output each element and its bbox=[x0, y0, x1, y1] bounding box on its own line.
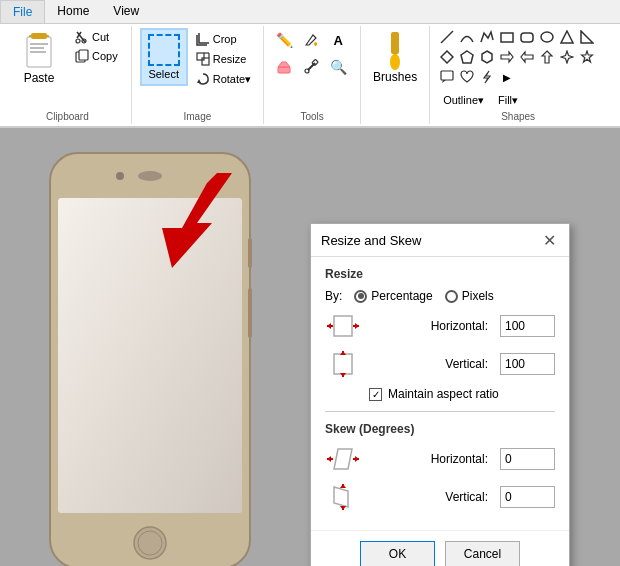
cut-button[interactable]: Cut bbox=[70, 28, 123, 46]
horizontal-resize-icon bbox=[325, 311, 361, 341]
pixels-label: Pixels bbox=[462, 289, 494, 303]
eyedropper-tool[interactable] bbox=[299, 55, 323, 79]
shape-arrow-right[interactable] bbox=[498, 48, 516, 66]
svg-rect-27 bbox=[521, 33, 533, 42]
svg-marker-34 bbox=[501, 52, 513, 62]
svg-rect-4 bbox=[30, 47, 44, 49]
skew-horizontal-icon bbox=[325, 444, 361, 474]
menu-tab-home[interactable]: Home bbox=[45, 0, 101, 23]
clipboard-group: Paste Cut Copy Clipboard bbox=[4, 26, 132, 124]
percentage-radio-btn[interactable] bbox=[354, 290, 367, 303]
rotate-button[interactable]: Rotate▾ bbox=[192, 70, 255, 88]
crop-button[interactable]: Crop bbox=[192, 30, 255, 48]
skew-horizontal-input[interactable] bbox=[500, 448, 555, 470]
shape-arrow-up[interactable] bbox=[538, 48, 556, 66]
canvas-area[interactable]: Resize and Skew ✕ Resize By: Percentage … bbox=[0, 128, 620, 566]
by-label: By: bbox=[325, 289, 342, 303]
maintain-ratio-checkbox[interactable]: ✓ bbox=[369, 388, 382, 401]
shape-triangle[interactable] bbox=[558, 28, 576, 46]
shapes-options: Outline▾ Fill▾ bbox=[438, 92, 523, 109]
svg-rect-53 bbox=[334, 316, 352, 336]
svg-marker-67 bbox=[355, 456, 359, 462]
clipboard-label: Clipboard bbox=[46, 109, 89, 122]
tools-group: ✏️ A 🔍 Tools bbox=[264, 26, 361, 124]
resize-vertical-row: Vertical: bbox=[325, 349, 555, 379]
magnify-tool[interactable]: 🔍 bbox=[326, 55, 350, 79]
skew-vertical-row: Vertical: bbox=[325, 482, 555, 512]
dialog-footer: OK Cancel bbox=[311, 530, 569, 566]
shape-heart[interactable] bbox=[458, 68, 476, 86]
fill-tool[interactable] bbox=[299, 28, 323, 52]
svg-marker-55 bbox=[327, 323, 331, 329]
brushes-label: Brushes bbox=[373, 70, 417, 84]
crop-label: Crop bbox=[213, 33, 237, 45]
svg-point-8 bbox=[76, 39, 80, 43]
rotate-label: Rotate▾ bbox=[213, 73, 251, 86]
svg-marker-70 bbox=[340, 484, 346, 488]
maintain-ratio-label: Maintain aspect ratio bbox=[388, 387, 499, 401]
resize-button[interactable]: Resize bbox=[192, 50, 255, 68]
svg-rect-26 bbox=[501, 33, 513, 42]
text-tool[interactable]: A bbox=[326, 28, 350, 52]
resize-section-label: Resize bbox=[325, 267, 555, 281]
svg-marker-16 bbox=[197, 79, 201, 83]
shape-rect[interactable] bbox=[498, 28, 516, 46]
skew-vertical-icon bbox=[325, 482, 361, 512]
svg-rect-58 bbox=[334, 354, 352, 374]
svg-point-47 bbox=[134, 527, 166, 559]
shape-pentagon[interactable] bbox=[458, 48, 476, 66]
pixels-radio[interactable]: Pixels bbox=[445, 289, 494, 303]
dialog-close-button[interactable]: ✕ bbox=[539, 230, 559, 250]
pencil-tool[interactable]: ✏️ bbox=[272, 28, 296, 52]
shape-line[interactable] bbox=[438, 28, 456, 46]
outline-button[interactable]: Outline▾ bbox=[438, 92, 489, 109]
select-button[interactable]: Select bbox=[140, 28, 188, 86]
copy-button[interactable]: Copy bbox=[70, 47, 123, 65]
eraser-tool[interactable] bbox=[272, 55, 296, 79]
resize-horizontal-row: Horizontal: bbox=[325, 311, 555, 341]
shape-arrow-left[interactable] bbox=[518, 48, 536, 66]
by-row: By: Percentage Pixels bbox=[325, 289, 555, 303]
menu-tab-view[interactable]: View bbox=[101, 0, 151, 23]
shape-star4[interactable] bbox=[558, 48, 576, 66]
cancel-button[interactable]: Cancel bbox=[445, 541, 520, 566]
skew-vertical-input[interactable] bbox=[500, 486, 555, 508]
shapes-grid: ▶ bbox=[438, 28, 598, 86]
svg-rect-12 bbox=[197, 53, 204, 60]
vertical-resize-icon bbox=[325, 349, 361, 379]
shape-rounded-rect[interactable] bbox=[518, 28, 536, 46]
shape-right-triangle[interactable] bbox=[578, 28, 596, 46]
svg-rect-5 bbox=[30, 51, 46, 53]
svg-marker-62 bbox=[340, 373, 346, 377]
paste-label: Paste bbox=[24, 71, 55, 85]
fill-button[interactable]: Fill▾ bbox=[493, 92, 523, 109]
percentage-radio[interactable]: Percentage bbox=[354, 289, 432, 303]
svg-rect-13 bbox=[202, 58, 209, 65]
shape-diamond[interactable] bbox=[438, 48, 456, 66]
shape-curve[interactable] bbox=[458, 28, 476, 46]
shape-more[interactable]: ▶ bbox=[498, 68, 516, 86]
svg-marker-18 bbox=[278, 62, 290, 67]
svg-marker-68 bbox=[334, 487, 348, 507]
shape-ellipse[interactable] bbox=[538, 28, 556, 46]
shape-star5[interactable] bbox=[578, 48, 596, 66]
resize-vertical-input[interactable] bbox=[500, 353, 555, 375]
svg-marker-52 bbox=[162, 173, 232, 268]
menu-tab-file[interactable]: File bbox=[0, 0, 45, 23]
pixels-radio-btn[interactable] bbox=[445, 290, 458, 303]
shape-callout[interactable] bbox=[438, 68, 456, 86]
shape-freeform[interactable] bbox=[478, 28, 496, 46]
svg-marker-35 bbox=[521, 52, 533, 62]
section-divider bbox=[325, 411, 555, 412]
red-arrow bbox=[152, 168, 232, 271]
paste-button[interactable]: Paste bbox=[12, 28, 66, 88]
ok-button[interactable]: OK bbox=[360, 541, 435, 566]
resize-horizontal-input[interactable] bbox=[500, 315, 555, 337]
svg-marker-57 bbox=[355, 323, 359, 329]
maintain-ratio-row: ✓ Maintain aspect ratio bbox=[369, 387, 555, 401]
shape-hexagon[interactable] bbox=[478, 48, 496, 66]
shape-lightning[interactable] bbox=[478, 68, 496, 86]
svg-rect-24 bbox=[393, 54, 397, 60]
brushes-button[interactable]: Brushes bbox=[369, 28, 421, 86]
dialog-title: Resize and Skew bbox=[321, 233, 421, 248]
